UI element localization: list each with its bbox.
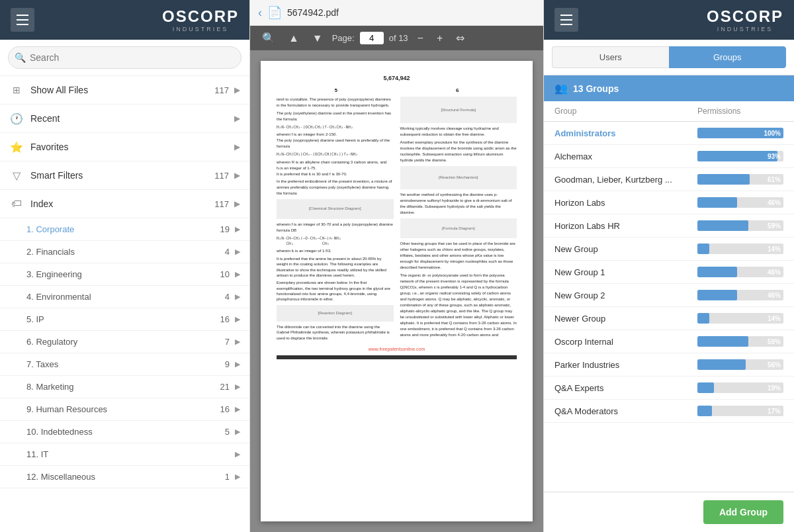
pdf-content[interactable]: 5,674,942 5 6 tend to crystallize. The p… bbox=[250, 50, 543, 532]
group-row[interactable]: Horizon Labs46% bbox=[544, 191, 794, 214]
tab-users[interactable]: Users bbox=[552, 46, 669, 68]
perm-bar: 17% bbox=[697, 406, 783, 416]
chevron-right-icon: ▶ bbox=[234, 85, 240, 95]
hamburger-button[interactable] bbox=[11, 8, 34, 32]
group-row[interactable]: Goodman, Lieber, Kurtzberg ...61% bbox=[544, 168, 794, 191]
prev-page-button[interactable]: ▲ bbox=[285, 30, 303, 46]
chevron-right-icon: ▶ bbox=[235, 472, 240, 481]
sidebar-item-smart-filters[interactable]: ▽ Smart Filters 117 ▶ bbox=[0, 161, 249, 190]
group-row[interactable]: Newer Group14% bbox=[544, 307, 794, 330]
search-box: 🔍 bbox=[0, 40, 249, 76]
sidebar-item-favorites[interactable]: ⭐ Favorites ▶ bbox=[0, 133, 249, 161]
perm-bar: 100% bbox=[697, 128, 783, 138]
perm-bar: 46% bbox=[697, 267, 783, 277]
index-item-it[interactable]: 11. IT ▶ bbox=[0, 443, 249, 466]
index-item-corporate[interactable]: 1. Corporate 19 ▶ bbox=[0, 218, 249, 241]
group-name: Oscorp Internal bbox=[554, 337, 697, 347]
perm-pct: 14% bbox=[768, 315, 781, 322]
index-item-engineering[interactable]: 3. Engineering 10 ▶ bbox=[0, 263, 249, 286]
chevron-right-icon: ▶ bbox=[235, 405, 240, 414]
perm-pct: 59% bbox=[768, 222, 781, 230]
group-row[interactable]: Oscorp Internal59% bbox=[544, 330, 794, 353]
group-row[interactable]: Parker Industries56% bbox=[544, 353, 794, 377]
perm-bar: 59% bbox=[697, 336, 783, 347]
chevron-right-icon: ▶ bbox=[235, 315, 240, 324]
zoom-in-button[interactable]: + bbox=[433, 30, 447, 46]
page-input[interactable] bbox=[360, 32, 384, 44]
zoom-out-button[interactable]: − bbox=[414, 30, 427, 46]
group-row[interactable]: New Group 246% bbox=[544, 284, 794, 307]
group-row[interactable]: Horizon Labs HR59% bbox=[544, 214, 794, 238]
index-item-financials[interactable]: 2. Financials 4 ▶ bbox=[0, 241, 249, 263]
chevron-right-icon: ▶ bbox=[234, 142, 240, 152]
next-page-button[interactable]: ▼ bbox=[308, 30, 327, 46]
group-row[interactable]: Alchemax93% bbox=[544, 145, 794, 168]
perm-bar-container: 46% bbox=[697, 267, 783, 277]
middle-panel: ‹ 📄 5674942.pdf 🔍 ▲ ▼ Page: of 13 − + ⇔ … bbox=[250, 0, 544, 532]
index-item-regulatory[interactable]: 6. Regulatory 7 ▶ bbox=[0, 331, 249, 353]
chevron-right-icon: ▶ bbox=[235, 360, 240, 369]
groups-header: 👥 13 Groups bbox=[544, 75, 794, 101]
index-item-human-resources[interactable]: 9. Human Resources 16 ▶ bbox=[0, 398, 249, 421]
right-header: OSCORP INDUSTRIES bbox=[544, 0, 794, 40]
perm-pct: 59% bbox=[768, 338, 781, 345]
perm-pct: 46% bbox=[768, 269, 781, 276]
perm-bar: 46% bbox=[697, 197, 783, 208]
tab-groups[interactable]: Groups bbox=[669, 46, 787, 68]
chevron-right-icon: ▶ bbox=[234, 171, 240, 180]
perm-pct: 100% bbox=[764, 130, 781, 137]
add-group-footer: Add Group bbox=[544, 492, 794, 532]
index-item-environmental[interactable]: 4. Environmental 4 ▶ bbox=[0, 286, 249, 308]
index-item-ip[interactable]: 5. IP 16 ▶ bbox=[0, 308, 249, 331]
groups-table-header: Group Permissions bbox=[544, 101, 794, 122]
perm-bar-container: 100% bbox=[697, 128, 783, 138]
search-input[interactable] bbox=[8, 46, 242, 69]
back-button[interactable]: ‹ bbox=[258, 6, 262, 20]
perm-bar: 19% bbox=[697, 382, 783, 393]
perm-pct: 46% bbox=[768, 292, 781, 299]
logo-sub: INDUSTRIES bbox=[173, 26, 229, 32]
group-row[interactable]: Q&A Experts19% bbox=[544, 377, 794, 400]
perm-bar-container: 14% bbox=[697, 313, 783, 324]
perm-pct: 46% bbox=[768, 199, 781, 206]
pdf-columns: tend to crystallize. The presence of pol… bbox=[277, 97, 517, 341]
add-group-button[interactable]: Add Group bbox=[703, 500, 783, 524]
left-header: OSCORP INDUSTRIES bbox=[0, 0, 249, 40]
index-item-taxes[interactable]: 7. Taxes 9 ▶ bbox=[0, 353, 249, 376]
perm-pct: 93% bbox=[768, 153, 781, 160]
tag-icon: 🏷 bbox=[9, 197, 24, 211]
pdf-link: www.freepatentsonline.com bbox=[277, 346, 517, 353]
index-item-indebtedness[interactable]: 10. Indebtedness 5 ▶ bbox=[0, 421, 249, 443]
chevron-right-icon: ▶ bbox=[235, 337, 240, 346]
pdf-page-title: 5,674,942 bbox=[277, 74, 517, 83]
group-row[interactable]: Administrators100% bbox=[544, 122, 794, 145]
group-name: Horizon Labs bbox=[554, 198, 697, 208]
perm-bar: 61% bbox=[697, 174, 783, 185]
pdf-icon: 📄 bbox=[267, 5, 282, 20]
index-item-miscellaneous[interactable]: 12. Miscellaneous 1 ▶ bbox=[0, 466, 249, 488]
right-hamburger-button[interactable] bbox=[554, 8, 578, 32]
group-name: New Group bbox=[554, 244, 697, 254]
page-label: Page: bbox=[332, 33, 355, 43]
chevron-right-icon: ▶ bbox=[235, 247, 240, 256]
grid-icon: ⊞ bbox=[9, 83, 24, 97]
perm-bar-container: 19% bbox=[697, 382, 783, 393]
zoom-button[interactable]: 🔍 bbox=[258, 30, 279, 46]
sidebar-item-recent[interactable]: 🕐 Recent ▶ bbox=[0, 105, 249, 133]
page-of-label: of 13 bbox=[389, 33, 408, 43]
pdf-col-right: [Structural Formula] Working typically i… bbox=[400, 97, 517, 341]
perm-bar: 56% bbox=[697, 359, 783, 370]
sidebar-item-show-all[interactable]: ⊞ Show All Files 117 ▶ bbox=[0, 76, 249, 105]
fullscreen-button[interactable]: ⇔ bbox=[452, 30, 468, 46]
group-name: Q&A Moderators bbox=[554, 406, 697, 416]
index-item-marketing[interactable]: 8. Marketing 21 ▶ bbox=[0, 376, 249, 398]
sidebar-item-index[interactable]: 🏷 Index 117 ▶ bbox=[0, 190, 249, 218]
group-row[interactable]: New Group14% bbox=[544, 238, 794, 261]
group-row[interactable]: Q&A Moderators17% bbox=[544, 400, 794, 423]
perm-bar-container: 61% bbox=[697, 174, 783, 185]
col-group-label: Group bbox=[554, 107, 697, 116]
chevron-right-icon: ▶ bbox=[235, 450, 240, 459]
perm-pct: 17% bbox=[768, 408, 781, 415]
chevron-right-icon: ▶ bbox=[235, 292, 240, 301]
group-row[interactable]: New Group 146% bbox=[544, 261, 794, 284]
